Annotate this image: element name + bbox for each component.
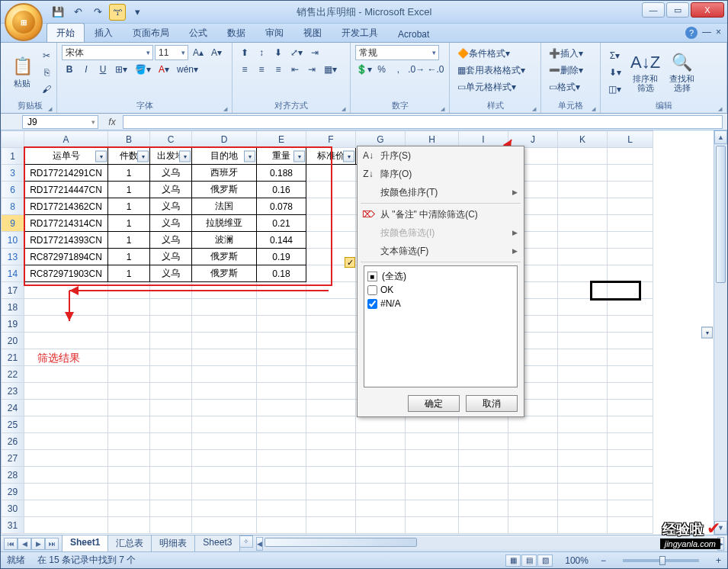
cell-B26[interactable] — [108, 433, 150, 450]
col-header-L[interactable]: L — [608, 131, 653, 148]
cell-B8[interactable]: 1 — [108, 198, 150, 215]
cond-format[interactable]: 🔶 条件格式▾ — [454, 45, 513, 62]
align-center[interactable]: ≡ — [254, 62, 269, 77]
cell-J27[interactable] — [508, 450, 558, 467]
cell-E29[interactable] — [257, 484, 306, 500]
cell-B29[interactable] — [108, 484, 150, 500]
cell-I28[interactable] — [459, 467, 508, 484]
filter-ok-button[interactable]: 确定 — [408, 395, 460, 412]
tab-data[interactable]: 数据 — [217, 23, 255, 42]
cell-F17[interactable] — [306, 282, 356, 299]
cell-I29[interactable] — [459, 484, 508, 500]
cell-F6[interactable] — [306, 182, 356, 198]
cell-D22[interactable] — [192, 366, 257, 383]
cell-K28[interactable] — [558, 467, 608, 484]
cell-D9[interactable]: 拉脱维亚 — [192, 215, 257, 232]
cell-K10[interactable] — [558, 232, 608, 249]
cell-C8[interactable]: 义乌 — [150, 198, 192, 215]
cell-I31[interactable] — [459, 517, 508, 534]
cell-I26[interactable] — [459, 433, 508, 450]
row-header-26[interactable]: 26 — [2, 433, 24, 450]
tab-nav-first[interactable]: ⏮ — [4, 538, 18, 550]
paste-button[interactable]: 📋粘贴 — [8, 55, 36, 91]
tab-view[interactable]: 视图 — [293, 23, 332, 42]
header-cell-4[interactable]: 重量▾ — [257, 148, 306, 165]
underline-button[interactable]: U — [95, 62, 111, 77]
shrink-font[interactable]: A▾ — [208, 45, 225, 60]
italic-button[interactable]: I — [79, 62, 94, 77]
row-header-20[interactable]: 20 — [2, 333, 24, 349]
cell-F20[interactable] — [306, 333, 356, 349]
row-header-13[interactable]: 13 — [2, 249, 24, 265]
row-header-23[interactable]: 23 — [2, 383, 24, 400]
cell-J30[interactable] — [508, 500, 558, 517]
name-box[interactable]: J9 — [22, 115, 98, 129]
cell-J29[interactable] — [508, 484, 558, 500]
cell-E19[interactable] — [257, 316, 306, 333]
cell-B13[interactable]: 1 — [108, 249, 150, 265]
filter-button-E[interactable]: ▾ — [293, 150, 305, 162]
filter-button-C[interactable]: ▾ — [179, 150, 191, 162]
hscroll-left[interactable]: ◀ — [256, 537, 263, 551]
cell-A23[interactable] — [24, 383, 108, 400]
cell-E9[interactable]: 0.21 — [257, 215, 306, 232]
cell-D31[interactable] — [192, 517, 257, 534]
row-header-17[interactable]: 17 — [2, 282, 24, 299]
grow-font[interactable]: A▴ — [190, 45, 207, 60]
filter-button-K[interactable]: ▾ — [701, 327, 713, 339]
cell-A18[interactable] — [24, 299, 108, 316]
cell-E8[interactable]: 0.078 — [257, 198, 306, 215]
cell-B21[interactable] — [108, 349, 150, 366]
scroll-thumb-v[interactable] — [716, 146, 726, 283]
sort-by-color[interactable]: 按颜色排序(T)▶ — [358, 183, 524, 201]
cell-E21[interactable] — [257, 349, 306, 366]
cell-F30[interactable] — [306, 500, 356, 517]
minimize-ribbon[interactable]: — — [702, 27, 711, 39]
cell-K18[interactable] — [558, 299, 608, 316]
row-header-24[interactable]: 24 — [2, 400, 24, 416]
cell-E20[interactable] — [257, 333, 306, 349]
cell-L13[interactable] — [608, 249, 653, 265]
header-cell-0[interactable]: 运单号▾ — [24, 148, 108, 165]
cell-L3[interactable] — [608, 165, 653, 182]
cell-L27[interactable] — [608, 450, 653, 467]
qat-filter[interactable]: 🝖 — [109, 4, 126, 21]
cell-L23[interactable] — [608, 383, 653, 400]
text-filter[interactable]: 文本筛选(F)▶ — [358, 242, 524, 260]
row-header-6[interactable]: 6 — [2, 182, 24, 198]
cell-F22[interactable] — [306, 366, 356, 383]
row-header-21[interactable]: 21 — [2, 349, 24, 366]
cell-D23[interactable] — [192, 383, 257, 400]
cell-G31[interactable] — [356, 517, 406, 534]
cell-E22[interactable] — [257, 366, 306, 383]
view-break[interactable]: ▧ — [537, 555, 553, 567]
cell-D28[interactable] — [192, 467, 257, 484]
cell-B20[interactable] — [108, 333, 150, 349]
col-header-B[interactable]: B — [108, 131, 150, 148]
cell-C28[interactable] — [150, 467, 192, 484]
cell-F27[interactable] — [306, 450, 356, 467]
align-bottom[interactable]: ⬇ — [271, 45, 286, 60]
indent-dec[interactable]: ⇤ — [287, 62, 303, 77]
font-size-combo[interactable]: 11 — [155, 45, 188, 60]
cell-G30[interactable] — [356, 500, 406, 517]
minimize-button[interactable]: — — [642, 2, 665, 18]
cell-D8[interactable]: 法国 — [192, 198, 257, 215]
cell-B6[interactable]: 1 — [108, 182, 150, 198]
row-header-27[interactable]: 27 — [2, 450, 24, 467]
col-header-D[interactable]: D — [192, 131, 257, 148]
merge-cells[interactable]: ▦▾ — [321, 62, 340, 77]
cell-A17[interactable] — [24, 282, 108, 299]
filter-button-F[interactable]: ▾ — [343, 150, 354, 162]
cell-H27[interactable] — [406, 450, 459, 467]
cell-D10[interactable]: 波澜 — [192, 232, 257, 249]
cell-L28[interactable] — [608, 467, 653, 484]
delete-cells[interactable]: ➖ 删除▾ — [546, 62, 586, 79]
cell-F10[interactable] — [306, 232, 356, 249]
cell-C9[interactable]: 义乌 — [150, 215, 192, 232]
tab-formula[interactable]: 公式 — [179, 23, 217, 42]
cell-L9[interactable] — [608, 215, 653, 232]
cell-A30[interactable] — [24, 500, 108, 517]
cell-D19[interactable] — [192, 316, 257, 333]
header-cell-2[interactable]: 出发地▾ — [150, 148, 192, 165]
